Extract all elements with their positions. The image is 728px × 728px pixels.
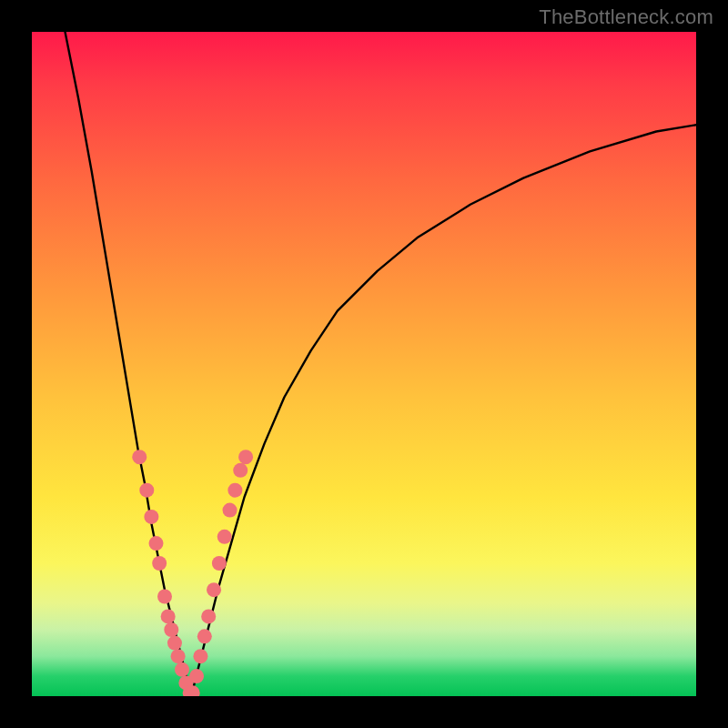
marker-right <box>212 556 227 571</box>
marker-layer <box>132 450 253 696</box>
marker-right <box>193 649 207 663</box>
marker-left <box>149 536 164 551</box>
marker-right <box>207 582 221 597</box>
chart-plot-area <box>32 32 696 696</box>
marker-right <box>189 669 204 683</box>
marker-right <box>228 483 242 498</box>
curve-right <box>191 125 696 696</box>
marker-right <box>201 609 216 623</box>
marker-left <box>161 609 176 623</box>
marker-left <box>152 556 167 571</box>
marker-right <box>233 463 248 478</box>
marker-left <box>164 622 178 637</box>
marker-left <box>157 590 172 604</box>
marker-left <box>132 450 147 464</box>
marker-left <box>175 662 189 677</box>
chart-svg <box>32 32 696 696</box>
watermark-text: TheBottleneck.com <box>539 5 713 29</box>
marker-left <box>139 483 154 498</box>
marker-left <box>167 636 182 651</box>
marker-left <box>144 510 158 524</box>
marker-left <box>171 649 186 663</box>
marker-right <box>197 629 212 643</box>
marker-right <box>217 530 232 544</box>
marker-right <box>238 450 253 464</box>
curve-left <box>66 32 192 696</box>
marker-right <box>223 503 238 518</box>
chart-frame: TheBottleneck.com <box>0 0 728 728</box>
